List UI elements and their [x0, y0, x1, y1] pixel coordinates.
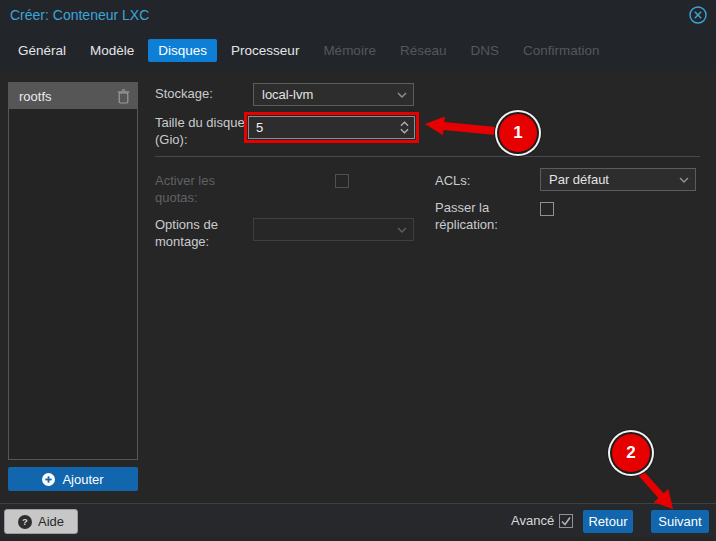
advanced-checkbox[interactable] — [559, 514, 573, 528]
chevron-down-icon — [397, 92, 407, 98]
wizard-tabbar: Général Modèle Disques Processeur Mémoir… — [0, 30, 716, 70]
quotas-label: Activer les quotas: — [155, 172, 240, 206]
advanced-label: Avancé — [511, 513, 554, 528]
mount-options-label: Options de montage: — [155, 216, 240, 250]
mountpoint-list: rootfs — [8, 82, 138, 460]
tab-modele[interactable]: Modèle — [80, 39, 144, 62]
dialog-titlebar: Créer: Conteneur LXC — [0, 0, 716, 30]
spinner-down-icon[interactable] — [400, 128, 409, 134]
tab-memoire: Mémoire — [313, 39, 386, 62]
tab-reseau: Réseau — [390, 39, 457, 62]
disk-size-input[interactable] — [248, 116, 415, 139]
tab-dns: DNS — [460, 39, 509, 62]
close-icon[interactable] — [688, 5, 708, 25]
tab-general[interactable]: Général — [8, 39, 76, 62]
tab-content-disques: rootfs Ajouter Stockage: local-lvm — [0, 70, 716, 503]
tab-confirmation: Confirmation — [513, 39, 610, 62]
storage-label: Stockage: — [155, 85, 213, 102]
number-spinner[interactable] — [396, 118, 412, 137]
next-button[interactable]: Suivant — [651, 510, 709, 533]
chevron-down-icon — [679, 177, 689, 183]
svg-text:?: ? — [22, 516, 28, 527]
dialog-footer: ? Aide Avancé Retour Suivant — [0, 503, 716, 537]
storage-select[interactable]: local-lvm — [253, 83, 414, 106]
acls-label: ACLs: — [435, 172, 470, 189]
mountpoint-label: rootfs — [19, 89, 117, 104]
create-lxc-dialog: Créer: Conteneur LXC Général Modèle Disq… — [0, 0, 716, 541]
check-icon — [560, 515, 572, 527]
mount-options-select — [253, 218, 414, 241]
spinner-up-icon[interactable] — [400, 121, 409, 127]
dialog-title: Créer: Conteneur LXC — [10, 0, 149, 30]
tab-processeur[interactable]: Processeur — [221, 39, 309, 62]
section-divider — [155, 156, 700, 157]
list-item-rootfs[interactable]: rootfs — [9, 83, 137, 109]
chevron-down-icon — [397, 227, 407, 233]
back-button[interactable]: Retour — [583, 510, 633, 533]
acls-select[interactable]: Par défaut — [540, 168, 696, 191]
question-circle-icon: ? — [18, 515, 32, 529]
replication-label: Passer la réplication: — [435, 199, 525, 233]
help-button[interactable]: ? Aide — [4, 509, 78, 534]
disk-size-label: Taille du disque (Gio): — [155, 114, 255, 148]
tab-disques[interactable]: Disques — [148, 39, 217, 62]
plus-circle-icon — [42, 473, 55, 486]
help-button-label: Aide — [38, 514, 64, 529]
replication-checkbox[interactable] — [540, 202, 554, 216]
add-mountpoint-button[interactable]: Ajouter — [8, 467, 138, 491]
add-button-label: Ajouter — [62, 472, 103, 487]
quotas-checkbox — [335, 174, 349, 188]
trash-icon[interactable] — [117, 89, 130, 104]
storage-value: local-lvm — [262, 87, 313, 102]
acls-value: Par défaut — [549, 172, 609, 187]
